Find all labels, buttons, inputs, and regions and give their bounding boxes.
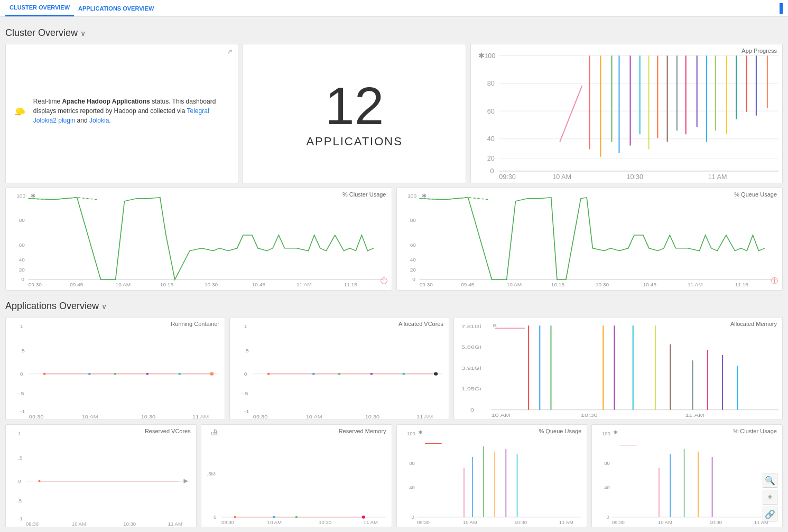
svg-text:10 AM: 10 AM: [462, 520, 477, 526]
svg-text:40: 40: [487, 135, 495, 143]
svg-text:40: 40: [409, 485, 415, 490]
svg-text:-.5: -.5: [17, 391, 24, 397]
allocated-vcores-title: Allocated VCores: [398, 321, 443, 327]
cluster-section-title: Cluster Overview: [5, 27, 78, 39]
svg-text:10:30: 10:30: [365, 414, 380, 419]
svg-text:09:30: 09:30: [29, 282, 42, 287]
svg-text:0: 0: [470, 407, 474, 413]
svg-point-108: [312, 373, 315, 375]
svg-text:09:30: 09:30: [26, 522, 39, 527]
reserved-vcores-chart: 1 .5 0 -.5 -1 09:30 10 AM 10:30 11 AM: [6, 425, 196, 527]
svg-point-106: [267, 373, 270, 375]
tab-cluster-overview[interactable]: CLUSTER OVERVIEW: [5, 0, 74, 16]
svg-text:11:15: 11:15: [344, 282, 357, 287]
svg-point-92: [114, 373, 117, 375]
svg-text:10:30: 10:30: [627, 173, 644, 181]
svg-text:0: 0: [18, 479, 21, 484]
cluster-section-header: Cluster Overview ∨: [5, 27, 783, 39]
svg-text:100: 100: [16, 193, 25, 199]
svg-text:100: 100: [407, 432, 415, 437]
svg-text:✱: ✱: [422, 193, 427, 199]
svg-text:100: 100: [602, 432, 610, 437]
cluster-usage-chart: 100 80 60 40 20 0 09:30 09:45 10 AM 10:1…: [6, 188, 392, 290]
svg-text:10 AM: 10 AM: [552, 173, 571, 181]
info-panel: ↗ hadoop hadoop Real-time Apache Hadoop: [5, 44, 238, 183]
svg-text:10:15: 10:15: [160, 282, 173, 287]
svg-point-90: [210, 372, 214, 376]
running-container-title: Running Container: [171, 321, 219, 327]
svg-marker-148: [183, 479, 188, 483]
zoom-in-button[interactable]: +: [763, 490, 777, 505]
svg-text:10 AM: 10 AM: [506, 282, 522, 287]
svg-text:10 AM: 10 AM: [306, 414, 322, 419]
svg-text:10:30: 10:30: [581, 413, 598, 418]
tab-applications-overview[interactable]: APPLICATIONS OVERVIEW: [74, 0, 158, 16]
svg-text:0: 0: [490, 167, 494, 175]
svg-text:10:30: 10:30: [205, 282, 218, 287]
svg-text:1: 1: [244, 324, 248, 330]
svg-text:✱: ✱: [478, 51, 485, 59]
svg-text:40: 40: [410, 257, 415, 263]
svg-text:-.5: -.5: [242, 391, 248, 397]
apps-section-header: Applications Overview ∨: [5, 301, 783, 312]
queue-usage-info-icon[interactable]: ⓘ: [771, 276, 778, 286]
svg-text:11 AM: 11 AM: [296, 282, 312, 287]
svg-text:09:30: 09:30: [417, 520, 430, 526]
svg-text:B: B: [214, 429, 217, 434]
app-progress-title: App Progress: [741, 48, 777, 54]
allocated-vcores-chart: 1 .5 0 -.5 -1 09:30 10 AM 10:30 11 AM: [230, 318, 449, 419]
svg-text:10:45: 10:45: [643, 282, 656, 287]
top-nav: CLUSTER OVERVIEW APPLICATIONS OVERVIEW: [0, 0, 788, 17]
svg-text:0: 0: [411, 515, 414, 520]
svg-text:10:30: 10:30: [141, 414, 156, 419]
app-queue-usage-chart: 100 80 40 0 09:30 10 AM 10:30 11 AM: [397, 425, 587, 527]
nav-indicator: [780, 3, 783, 14]
svg-text:.5: .5: [18, 456, 22, 461]
big-number-panel: 12 APPLICATIONS: [243, 44, 466, 183]
app-label: APPLICATIONS: [306, 135, 403, 148]
telegraf-link[interactable]: Telegraf Jolokia2 plugin: [33, 107, 209, 124]
cluster-usage-info-icon[interactable]: ⓘ: [381, 276, 387, 286]
section-divider: [5, 295, 783, 295]
export-icon[interactable]: ↗: [227, 48, 233, 55]
share-button[interactable]: 🔗: [763, 507, 777, 521]
svg-text:60: 60: [19, 242, 25, 248]
apps-section: Applications Overview ∨ Running Containe…: [5, 301, 783, 527]
allocated-memory-panel: Allocated Memory 7.81Gi 5.86Gi 3.91Gi 1.…: [453, 317, 783, 420]
svg-text:10 AM: 10 AM: [116, 282, 131, 287]
svg-text:11 AM: 11 AM: [708, 173, 727, 181]
running-container-chart: 1 .5 0 -.5 -1 09:30 10 AM 10:30 11 AM: [6, 318, 225, 419]
svg-text:80: 80: [409, 461, 415, 466]
svg-text:10 AM: 10 AM: [492, 413, 511, 418]
svg-point-93: [146, 373, 149, 375]
search-button[interactable]: 🔍: [763, 473, 777, 488]
jolokia-link[interactable]: Jolokia: [89, 117, 109, 124]
svg-text:0: 0: [214, 515, 216, 520]
apps-chevron-icon[interactable]: ∨: [101, 302, 107, 311]
svg-point-89: [43, 373, 46, 375]
svg-text:1.95Gi: 1.95Gi: [461, 386, 481, 391]
svg-text:10:45: 10:45: [252, 282, 265, 287]
app-count: 12: [325, 79, 384, 132]
svg-text:11 AM: 11 AM: [687, 282, 702, 287]
svg-point-107: [434, 372, 438, 376]
svg-text:09:30: 09:30: [499, 173, 516, 181]
cluster-chevron-icon[interactable]: ∨: [80, 29, 86, 38]
svg-text:11 AM: 11 AM: [192, 414, 209, 419]
svg-point-6: [18, 110, 18, 110]
svg-text:3.91Gi: 3.91Gi: [461, 366, 481, 371]
app-progress-chart: 100 80 60 40 20 0 09:30 10 AM 10:30 11 A…: [471, 44, 782, 183]
svg-text:-.5: -.5: [16, 499, 22, 504]
app-cluster-usage-panel: % Cluster Usage 100 80 40 0 09:30 10 AM …: [591, 424, 783, 527]
svg-text:✱: ✱: [418, 430, 422, 436]
svg-text:✱: ✱: [613, 430, 617, 436]
cluster-usage-panel: % Cluster Usage ⓘ 100 80 60 40 20 0 09:3…: [5, 188, 392, 291]
svg-text:100: 100: [484, 52, 495, 59]
svg-point-2: [21, 110, 25, 114]
svg-text:11 AM: 11 AM: [559, 520, 573, 526]
svg-text:10:30: 10:30: [123, 522, 136, 527]
info-text: Real-time Apache Hadoop Applications sta…: [33, 97, 230, 125]
svg-line-44: [560, 86, 582, 142]
svg-text:1: 1: [18, 432, 21, 437]
app-cluster-usage-title: % Cluster Usage: [733, 428, 777, 434]
